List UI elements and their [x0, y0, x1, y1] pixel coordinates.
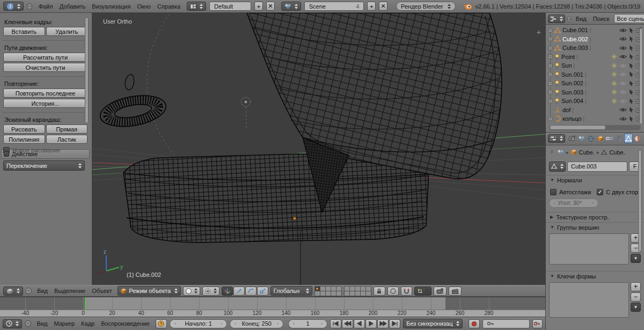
- layer-cell[interactable]: [355, 291, 360, 296]
- jump-to-start-button[interactable]: [330, 319, 341, 328]
- expand-icon[interactable]: +: [548, 90, 553, 94]
- tab-object[interactable]: [596, 134, 604, 143]
- collapse-menus-icon[interactable]: −: [27, 3, 32, 10]
- render-animation-button[interactable]: [449, 287, 462, 296]
- region-expand-icon[interactable]: +: [537, 28, 541, 36]
- visibility-eye-icon[interactable]: [619, 90, 627, 94]
- expand-icon[interactable]: +: [548, 46, 553, 50]
- layer-cell[interactable]: [320, 287, 325, 291]
- mesh-browse-dropdown[interactable]: [549, 162, 566, 172]
- tab-object-data[interactable]: [624, 134, 633, 143]
- layer-cell[interactable]: [355, 287, 360, 291]
- field-right-arrow-icon[interactable]: ›: [277, 321, 279, 326]
- menu-Окно[interactable]: Окно: [134, 2, 154, 11]
- pin-icon[interactable]: [549, 149, 555, 155]
- shelf-button-Рассчитать пути[interactable]: Рассчитать пути: [3, 53, 87, 62]
- add-shape-key-button[interactable]: +: [631, 282, 641, 291]
- panel-header-shape-keys[interactable]: ▼ Ключи формы: [546, 271, 644, 281]
- breadcrumb-data-name[interactable]: Cube.: [609, 149, 625, 156]
- snap-toggle-button[interactable]: [401, 287, 412, 296]
- visibility-eye-icon[interactable]: [619, 54, 627, 59]
- autosmooth-angle-slider[interactable]: ‹ Угол: 30° ›: [549, 199, 598, 208]
- outliner-item-Sun.003[interactable]: +Sun.003|: [548, 88, 643, 97]
- collapse-menus-icon[interactable]: −: [25, 288, 32, 294]
- shelf-button-Прямая[interactable]: Прямая: [46, 124, 88, 134]
- selectability-cursor-icon[interactable]: [629, 54, 634, 60]
- screen-layout-field[interactable]: Default: [209, 2, 251, 11]
- outliner-item-Sun.002[interactable]: +Sun.002|: [548, 79, 643, 88]
- screen-layout-icon-button[interactable]: [187, 2, 206, 11]
- tab-scene[interactable]: [577, 134, 586, 143]
- selectability-cursor-icon[interactable]: [629, 98, 634, 104]
- outliner-item-Cube.003[interactable]: +Cube.003|: [548, 43, 643, 53]
- timeline-menu-Воспроизведение[interactable]: Воспроизведение: [98, 319, 153, 328]
- lock-to-scene-button[interactable]: [374, 287, 385, 296]
- layer-cell[interactable]: [361, 287, 365, 291]
- outliner-menu-Поиск[interactable]: Поиск: [590, 14, 612, 23]
- tab-world[interactable]: [587, 134, 595, 143]
- visibility-eye-icon[interactable]: [619, 99, 627, 104]
- outliner-display-filter[interactable]: Все сцены: [614, 14, 644, 23]
- menu-Добавить[interactable]: Добавить: [56, 2, 89, 11]
- shape-key-specials-button[interactable]: ▼: [631, 303, 641, 312]
- outliner-menu-Вид[interactable]: Вид: [573, 14, 590, 23]
- vertex-groups-listbox[interactable]: [549, 233, 629, 265]
- outliner-item-Cube.002[interactable]: +Cube.002|: [548, 35, 643, 44]
- layer-cell[interactable]: [331, 287, 336, 291]
- scale-manipulator-button[interactable]: [257, 287, 268, 296]
- expand-icon[interactable]: +: [548, 99, 553, 104]
- selectability-cursor-icon[interactable]: [629, 27, 634, 33]
- pivot-point-dropdown[interactable]: [202, 287, 219, 296]
- keying-set-field[interactable]: [482, 319, 530, 328]
- vertex-group-specials-button[interactable]: ▼: [631, 254, 641, 263]
- shelf-button-Ластик[interactable]: Ластик: [46, 135, 88, 144]
- field-right-arrow-icon[interactable]: ›: [321, 321, 323, 326]
- visibility-eye-icon[interactable]: [619, 81, 627, 86]
- expand-icon[interactable]: +: [548, 54, 553, 59]
- shelf-button-Удалить[interactable]: Удалить: [46, 27, 88, 36]
- current-frame-line[interactable]: [85, 297, 86, 310]
- outliner-item-Sun.001[interactable]: +Sun.001|: [548, 70, 643, 79]
- frame-end-field[interactable]: ‹ Конец: 250 ›: [230, 319, 283, 328]
- shelf-button-Полилиния[interactable]: Полилиния: [3, 135, 45, 144]
- add-scene-button[interactable]: +: [367, 2, 376, 11]
- play-reverse-button[interactable]: [354, 319, 365, 328]
- selectability-cursor-icon[interactable]: [629, 63, 634, 69]
- collapse-menus-icon[interactable]: −: [25, 320, 31, 327]
- outliner-item-Cube.001[interactable]: +Cube.001|: [548, 26, 643, 35]
- layers-widget[interactable]: [314, 286, 371, 296]
- scene-icon-button[interactable]: [281, 2, 301, 11]
- panel-header-texture-space[interactable]: ▶ Текстурное простр.: [546, 212, 644, 222]
- outliner-item-dof[interactable]: dof|: [548, 106, 643, 115]
- transform-orientation-dropdown[interactable]: Глобальн: [270, 286, 312, 296]
- editor-type-selector[interactable]: i: [3, 2, 24, 11]
- tab-render[interactable]: [568, 134, 576, 143]
- menu-Визуализация[interactable]: Визуализация: [89, 2, 134, 11]
- jump-to-end-button[interactable]: [389, 319, 400, 328]
- field-left-arrow-icon[interactable]: ‹: [293, 321, 295, 326]
- jump-next-keyframe-button[interactable]: [377, 319, 389, 328]
- view3d-menu-Выделение[interactable]: Выделение: [51, 287, 89, 295]
- layer-cell[interactable]: [350, 287, 355, 291]
- tool-shelf-scrollbar[interactable]: [85, 17, 89, 123]
- layer-cell[interactable]: [326, 291, 331, 296]
- timeline-menu-Кадр[interactable]: Кадр: [78, 319, 98, 328]
- layer-cell[interactable]: [315, 287, 320, 291]
- expand-icon[interactable]: +: [548, 28, 553, 33]
- layer-cell[interactable]: [336, 291, 341, 296]
- field-left-arrow-icon[interactable]: ‹: [174, 321, 176, 326]
- shelf-button-Вставить[interactable]: Вставить: [3, 27, 45, 36]
- play-forward-button[interactable]: [365, 319, 377, 328]
- autosmooth-checkbox[interactable]: [550, 189, 557, 195]
- manipulator-toggle-button[interactable]: [222, 287, 233, 296]
- datablock-name-field[interactable]: Cube.003: [567, 162, 627, 172]
- expand-icon[interactable]: +: [548, 116, 553, 121]
- remove-shape-key-button[interactable]: −: [631, 292, 641, 302]
- selectability-cursor-icon[interactable]: [629, 45, 634, 51]
- selectability-cursor-icon[interactable]: [629, 107, 634, 113]
- add-layout-button[interactable]: +: [254, 2, 263, 11]
- shape-keys-listbox[interactable]: [549, 282, 629, 318]
- visibility-eye-icon[interactable]: [619, 36, 627, 41]
- visibility-eye-icon[interactable]: [619, 63, 627, 68]
- selectability-cursor-icon[interactable]: [629, 116, 634, 122]
